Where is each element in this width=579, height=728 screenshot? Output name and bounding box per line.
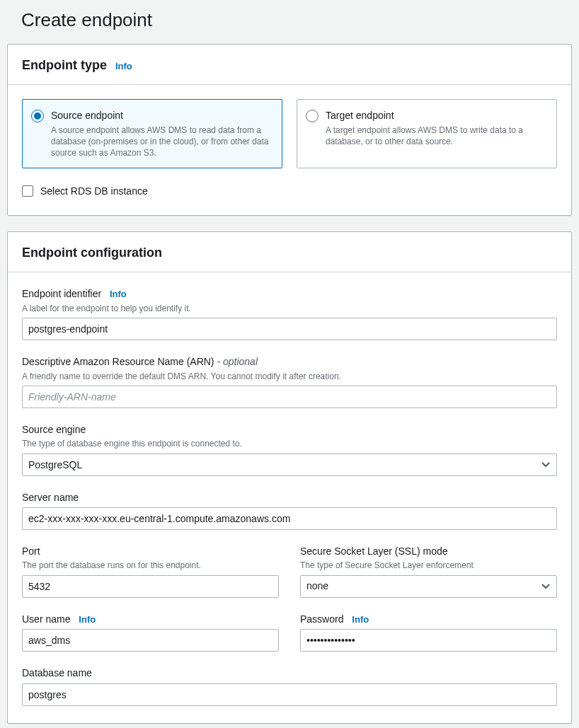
arn-input[interactable] — [22, 386, 557, 408]
source-engine-value: PostgreSQL — [28, 458, 82, 472]
server-name-label: Server name — [22, 492, 79, 503]
radio-icon — [31, 110, 44, 122]
source-engine-select[interactable]: PostgreSQL — [22, 453, 557, 476]
radio-target-endpoint[interactable]: Target endpoint A target endpoint allows… — [297, 99, 557, 168]
username-input[interactable] — [22, 629, 279, 652]
port-label: Port — [22, 545, 40, 557]
endpoint-identifier-label: Endpoint identifier — [22, 288, 101, 299]
ssl-mode-value: none — [306, 579, 328, 593]
password-input[interactable] — [300, 629, 557, 652]
database-name-label: Database name — [22, 667, 92, 678]
radio-description: A source endpoint allows AWS DMS to read… — [51, 125, 273, 159]
database-name-input[interactable] — [22, 683, 557, 706]
arn-label-text: Descriptive Amazon Resource Name (ARN) — [22, 356, 214, 367]
ssl-mode-hint: The type of Secure Socket Layer enforcem… — [300, 560, 557, 572]
radio-description: A target endpoint allows AWS DMS to writ… — [326, 125, 548, 147]
radio-title: Source endpoint — [51, 108, 273, 122]
endpoint-identifier-input[interactable] — [22, 318, 557, 340]
radio-title: Target endpoint — [326, 108, 548, 122]
source-engine-label: Source engine — [22, 424, 86, 435]
info-link[interactable]: Info — [352, 614, 369, 625]
endpoint-config-panel: Endpoint configuration Endpoint identifi… — [7, 231, 572, 724]
port-input[interactable] — [22, 575, 279, 598]
arn-label: Descriptive Amazon Resource Name (ARN) -… — [22, 356, 258, 367]
radio-icon — [306, 110, 319, 122]
ssl-mode-label: Secure Socket Layer (SSL) mode — [300, 545, 448, 557]
panel-header: Endpoint configuration — [8, 232, 571, 272]
info-link[interactable]: Info — [115, 61, 132, 71]
arn-optional: - optional — [214, 356, 258, 367]
source-engine-hint: The type of database engine this endpoin… — [22, 438, 557, 450]
panel-header: Endpoint type Info — [8, 45, 571, 85]
arn-hint: A friendly name to override the default … — [22, 371, 557, 383]
radio-source-endpoint[interactable]: Source endpoint A source endpoint allows… — [22, 99, 282, 168]
ssl-mode-select[interactable]: none — [300, 575, 557, 598]
endpoint-type-panel: Endpoint type Info Source endpoint A sou… — [7, 44, 572, 216]
username-label: User name — [22, 613, 70, 625]
info-link[interactable]: Info — [110, 289, 127, 299]
rds-instance-checkbox[interactable] — [22, 185, 33, 197]
panel-title-endpoint-type: Endpoint type — [22, 58, 107, 72]
info-link[interactable]: Info — [79, 614, 96, 625]
rds-instance-label: Select RDS DB instance — [40, 184, 148, 198]
endpoint-identifier-hint: A label for the endpoint to help you ide… — [22, 303, 557, 315]
password-label: Password — [300, 613, 343, 625]
panel-title-endpoint-config: Endpoint configuration — [22, 245, 162, 260]
port-hint: The port the database runs on for this e… — [22, 560, 279, 572]
page-title: Create endpoint — [21, 7, 572, 34]
server-name-input[interactable] — [22, 507, 557, 530]
